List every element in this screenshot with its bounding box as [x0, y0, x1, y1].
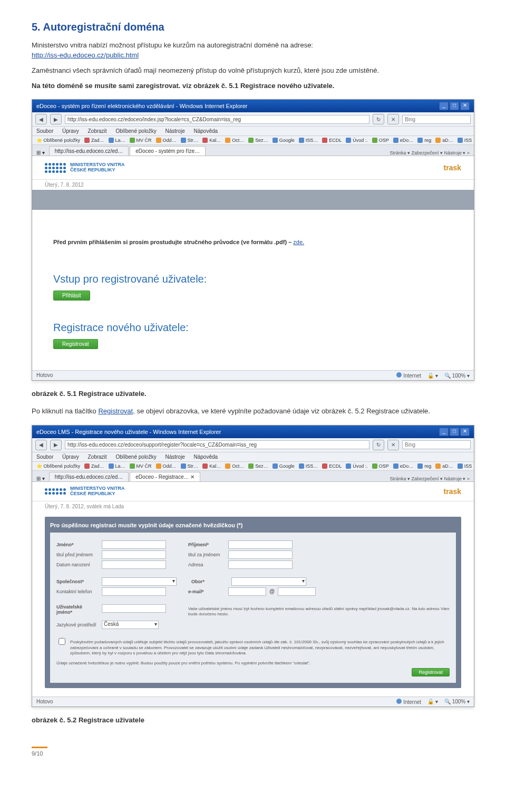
input-dob[interactable] — [102, 560, 166, 569]
browser-tab-active[interactable]: eDoceo - systém pro říze… — [130, 146, 206, 156]
fav-item[interactable]: ISS — [458, 138, 472, 143]
back-button[interactable]: ◀ — [35, 114, 47, 124]
fav-item[interactable]: Str… — [181, 138, 199, 143]
guide-link[interactable]: zde. — [293, 239, 304, 245]
input-title-before[interactable] — [102, 550, 166, 559]
refresh-button[interactable]: ↻ — [373, 440, 384, 450]
search-field[interactable]: Bing — [402, 440, 471, 449]
login-button[interactable]: Přihlásit — [53, 291, 90, 301]
fav-item[interactable]: Kal… — [202, 138, 221, 143]
select-field[interactable]: ▾ — [231, 577, 306, 586]
maximize-button[interactable]: □ — [450, 428, 459, 436]
fav-item[interactable]: MV ČR — [130, 463, 152, 469]
menu-edit[interactable]: Úpravy — [62, 128, 79, 134]
browser-tab[interactable]: http://iss-edu.edoceo.cz/ed… — [49, 472, 129, 481]
input-lastname[interactable] — [228, 540, 293, 549]
menu-view[interactable]: Zobrazit — [88, 454, 107, 460]
menu-file[interactable]: Soubor — [36, 454, 53, 460]
minimize-button[interactable]: _ — [439, 102, 449, 110]
page-number: 9/10 — [32, 750, 43, 757]
fav-item[interactable]: La… — [109, 463, 125, 469]
fav-item[interactable]: ECDL — [322, 463, 342, 469]
minimize-button[interactable]: _ — [439, 428, 449, 436]
fav-item[interactable]: Úvod :. — [346, 463, 368, 469]
register-button[interactable]: Registrovat — [53, 339, 98, 349]
fav-item[interactable]: Odd… — [156, 463, 177, 469]
menu-tools[interactable]: Nástroje — [165, 128, 184, 134]
stop-button[interactable]: ✕ — [387, 114, 399, 124]
address-field[interactable]: http://iss-edu.edoceo.cz/edoceo/index.js… — [65, 115, 369, 124]
fav-item[interactable]: Str… — [181, 463, 199, 469]
menu-edit[interactable]: Úpravy — [62, 454, 79, 460]
submit-register-button[interactable]: Registrovat — [412, 668, 450, 676]
fav-item[interactable]: MV ČR — [130, 138, 152, 143]
browser-tab-active[interactable]: eDoceo - Registrace… ✕ — [130, 472, 200, 481]
zoom-level[interactable]: 🔍 100% ▾ — [444, 373, 470, 379]
fav-item[interactable]: Oct… — [225, 138, 244, 143]
back-button[interactable]: ◀ — [35, 440, 47, 450]
page-header: MINISTERSTVO VNITRAČESKÉ REPUBLIKY trask — [32, 482, 474, 501]
fav-item[interactable]: Sez… — [248, 463, 268, 469]
fav-item[interactable]: ISS — [458, 463, 472, 469]
page-tools[interactable]: Stránka ▾ Zabezpečení ▾ Nástroje ▾ » — [390, 150, 470, 156]
fav-item[interactable]: Zad… — [84, 463, 104, 469]
fav-item[interactable]: Sez… — [248, 138, 268, 143]
fav-item[interactable]: Oct… — [225, 463, 244, 469]
menu-favorites[interactable]: Oblíbené položky — [115, 454, 156, 460]
fav-item[interactable]: Google — [273, 138, 295, 143]
consent-checkbox[interactable] — [59, 638, 65, 645]
fav-item[interactable]: ECDL — [322, 138, 342, 143]
fav-item[interactable]: Kal… — [202, 463, 221, 469]
menu-file[interactable]: Soubor — [36, 128, 53, 134]
browser-tab[interactable]: http://iss-edu.edoceo.cz/ed… — [49, 146, 129, 156]
label-address: Adresa — [188, 562, 225, 567]
forward-button[interactable]: ▶ — [50, 114, 62, 124]
menu-view[interactable]: Zobrazit — [88, 128, 107, 134]
fav-item[interactable]: aD… — [435, 463, 453, 469]
input-email-user[interactable] — [228, 587, 266, 596]
address-field[interactable]: http://iss-edu.edoceo.cz/edoceo/support/… — [65, 440, 369, 449]
figure-caption-2: obrázek č. 5.2 Registrace uživatele — [32, 716, 474, 726]
select-language[interactable]: Česká▾ — [102, 621, 159, 629]
close-button[interactable]: ✕ — [460, 102, 470, 110]
input-username[interactable] — [102, 604, 166, 613]
fav-item[interactable]: reg — [417, 138, 431, 143]
fav-item[interactable]: Úvod :. — [346, 138, 368, 143]
select-company[interactable]: ▾ — [102, 577, 177, 586]
input-address[interactable] — [228, 560, 293, 569]
refresh-button[interactable]: ↻ — [373, 114, 384, 124]
fav-item[interactable]: eDo… — [393, 138, 414, 143]
banner-strip — [32, 190, 474, 210]
label-title-before: titul před jménem — [56, 552, 99, 557]
fav-item[interactable]: Google — [273, 463, 295, 469]
menu-help[interactable]: Nápověda — [194, 454, 218, 460]
domain-url-link[interactable]: http://iss-edu.edoceo.cz/public.html — [32, 51, 139, 59]
page-tools[interactable]: Stránka ▾ Zabezpečení ▾ Nástroje ▾ » — [390, 476, 470, 481]
maximize-button[interactable]: □ — [450, 102, 459, 110]
window-title: eDoceo - systém pro řízení elektronickéh… — [36, 103, 247, 109]
forward-button[interactable]: ▶ — [50, 440, 62, 450]
fav-item[interactable]: OSP — [372, 138, 389, 143]
fav-item[interactable]: Zad… — [84, 138, 104, 143]
input-title-after[interactable] — [228, 550, 293, 559]
stop-button[interactable]: ✕ — [387, 440, 399, 450]
fav-item[interactable]: OSP — [372, 463, 389, 469]
close-button[interactable]: ✕ — [460, 428, 470, 436]
label-lastname: Příjmení* — [188, 542, 225, 547]
input-firstname[interactable] — [102, 540, 166, 549]
search-field[interactable]: Bing — [402, 115, 471, 124]
fav-item[interactable]: reg — [417, 463, 431, 469]
fav-item[interactable]: Odd… — [156, 138, 177, 143]
fav-item[interactable]: ISS… — [299, 138, 318, 143]
fav-item[interactable]: La… — [109, 138, 125, 143]
input-phone[interactable] — [102, 587, 166, 596]
zone-label: Internet — [403, 373, 421, 379]
fav-item[interactable]: aD… — [435, 138, 453, 143]
menu-tools[interactable]: Nástroje — [165, 454, 184, 460]
input-email-domain[interactable] — [278, 587, 316, 596]
menu-help[interactable]: Nápověda — [194, 128, 218, 134]
zoom-level[interactable]: 🔍 100% ▾ — [444, 699, 470, 704]
fav-item[interactable]: ISS… — [299, 463, 318, 469]
fav-item[interactable]: eDo… — [393, 463, 414, 469]
menu-favorites[interactable]: Oblíbené položky — [115, 128, 156, 134]
